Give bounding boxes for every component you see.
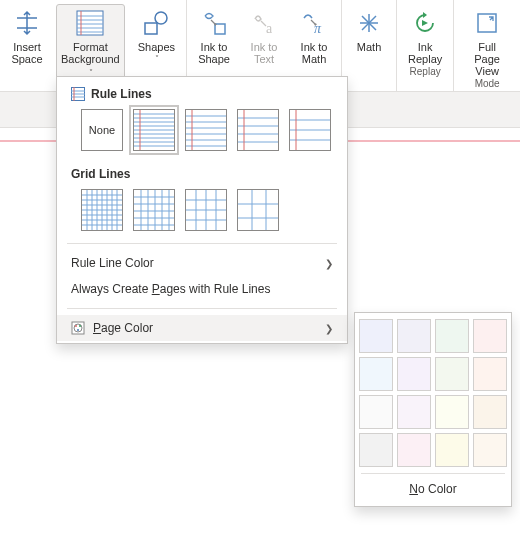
math-button[interactable]: Math xyxy=(348,4,390,66)
rule-swatch-wide[interactable] xyxy=(289,109,331,151)
format-background-dropdown: Rule Lines None Grid Lines Rule Line Col… xyxy=(56,76,348,344)
full-page-view-button[interactable]: Full Page View xyxy=(460,4,514,78)
ribbon-group-mode: Full Page View Mode xyxy=(454,0,520,91)
ink-to-text-label: Ink to Text xyxy=(251,41,278,65)
svg-text:a: a xyxy=(266,21,273,36)
svg-rect-9 xyxy=(145,23,157,34)
page-color-icon xyxy=(71,321,85,335)
svg-text:π: π xyxy=(314,21,322,36)
insert-space-button[interactable]: Insert Space xyxy=(6,4,48,66)
chevron-right-icon: ❯ xyxy=(325,323,333,334)
ink-to-math-button[interactable]: π Ink to Math xyxy=(293,4,335,66)
rule-swatch-standard[interactable] xyxy=(237,109,279,151)
group-label-mode: Mode xyxy=(475,78,500,89)
shapes-label: Shapes ˅ xyxy=(138,41,175,65)
svg-point-86 xyxy=(75,325,77,327)
math-icon xyxy=(353,7,385,39)
page-color-flyout: No Color xyxy=(354,312,512,507)
page-color-swatch-4[interactable] xyxy=(359,357,393,391)
ink-replay-icon xyxy=(409,7,441,39)
ink-to-shape-label: Ink to Shape xyxy=(198,41,230,65)
insert-space-icon xyxy=(11,7,43,39)
format-background-icon xyxy=(74,7,106,39)
ink-to-shape-button[interactable]: Ink to Shape xyxy=(193,4,235,66)
no-color-item[interactable]: No Color xyxy=(361,478,505,500)
grid-swatch-small[interactable] xyxy=(81,189,123,231)
rule-lines-heading: Rule Lines xyxy=(71,87,333,101)
dropdown-separator xyxy=(67,308,337,309)
page-color-swatch-13[interactable] xyxy=(397,433,431,467)
page-color-swatch-3[interactable] xyxy=(473,319,507,353)
always-create-pages-item[interactable]: Always Create Pages with Rule Lines xyxy=(57,276,347,302)
ink-to-shape-icon xyxy=(198,7,230,39)
svg-point-10 xyxy=(155,12,167,24)
chevron-right-icon: ❯ xyxy=(325,258,333,269)
ink-to-text-icon: a xyxy=(248,7,280,39)
grid-swatch-large[interactable] xyxy=(185,189,227,231)
grid-swatch-medium[interactable] xyxy=(133,189,175,231)
rule-swatch-college[interactable] xyxy=(185,109,227,151)
dropdown-separator xyxy=(67,243,337,244)
page-color-swatch-15[interactable] xyxy=(473,433,507,467)
insert-space-label: Insert Space xyxy=(11,41,42,65)
format-background-button[interactable]: Format Background ˅ xyxy=(56,4,125,80)
page-color-swatch-0[interactable] xyxy=(359,319,393,353)
flyout-separator xyxy=(361,473,505,474)
no-color-label: No Color xyxy=(409,482,456,496)
page-color-swatch-1[interactable] xyxy=(397,319,431,353)
shapes-icon xyxy=(140,7,172,39)
always-create-pages-label: Always Create Pages with Rule Lines xyxy=(71,282,270,296)
page-color-grid xyxy=(361,319,505,467)
full-page-view-label: Full Page View xyxy=(465,41,509,77)
page-color-swatch-11[interactable] xyxy=(473,395,507,429)
svg-rect-11 xyxy=(215,24,225,34)
ink-to-math-icon: π xyxy=(298,7,330,39)
grid-swatch-row xyxy=(71,189,333,231)
shapes-button[interactable]: Shapes ˅ xyxy=(133,4,180,66)
ribbon-group-math: Math xyxy=(342,0,397,91)
rule-swatch-narrow[interactable] xyxy=(133,109,175,151)
svg-point-87 xyxy=(79,325,81,327)
rule-lines-icon xyxy=(71,87,85,101)
svg-point-88 xyxy=(77,329,79,331)
full-page-view-icon xyxy=(471,7,503,39)
ribbon-group-replay: Ink Replay Replay xyxy=(397,0,454,91)
page-color-item[interactable]: Page Color ❯ xyxy=(57,315,347,341)
ink-replay-label: Ink Replay xyxy=(408,41,442,65)
grid-swatch-vlarge[interactable] xyxy=(237,189,279,231)
ink-to-text-button[interactable]: a Ink to Text xyxy=(243,4,285,66)
rule-swatch-none[interactable]: None xyxy=(81,109,123,151)
chevron-down-icon: ˅ xyxy=(140,53,175,65)
page-color-swatch-6[interactable] xyxy=(435,357,469,391)
page-color-swatch-7[interactable] xyxy=(473,357,507,391)
page-color-swatch-14[interactable] xyxy=(435,433,469,467)
page-color-label: Page Color xyxy=(93,321,153,335)
format-background-label: Format Background ˅ xyxy=(61,41,120,79)
page-color-swatch-8[interactable] xyxy=(359,395,393,429)
group-label-replay: Replay xyxy=(410,66,441,77)
page-color-swatch-10[interactable] xyxy=(435,395,469,429)
page-color-swatch-12[interactable] xyxy=(359,433,393,467)
ink-to-math-label: Ink to Math xyxy=(301,41,328,65)
rule-swatch-row: None xyxy=(71,109,333,151)
ink-replay-button[interactable]: Ink Replay xyxy=(403,4,447,66)
math-label: Math xyxy=(357,41,381,65)
page-color-swatch-9[interactable] xyxy=(397,395,431,429)
page-color-swatch-2[interactable] xyxy=(435,319,469,353)
page-color-swatch-5[interactable] xyxy=(397,357,431,391)
grid-lines-heading: Grid Lines xyxy=(71,167,333,181)
rule-line-color-item[interactable]: Rule Line Color ❯ xyxy=(57,250,347,276)
